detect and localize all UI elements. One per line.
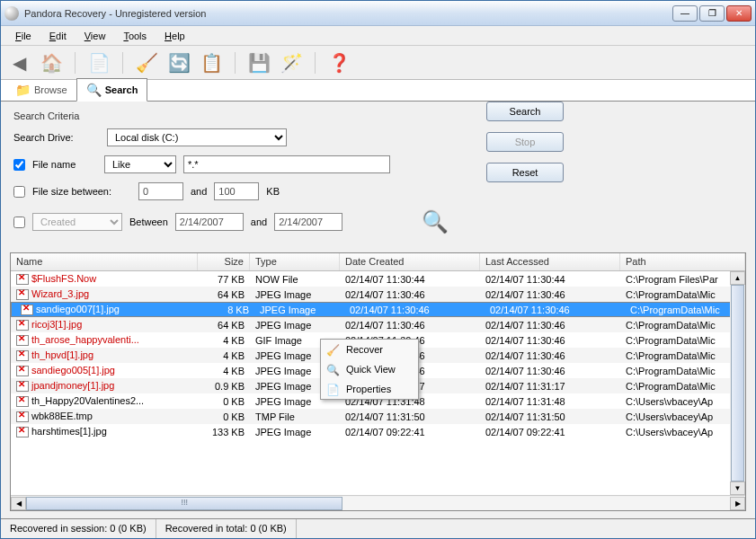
menu-tools[interactable]: Tools <box>116 29 154 43</box>
file-path: C:\ProgramData\Mic <box>620 319 745 331</box>
ctx-properties[interactable]: 📄 Properties <box>321 379 418 399</box>
table-row[interactable]: $FlushFS.Now77 KBNOW File02/14/07 11:30:… <box>11 271 745 287</box>
file-last: 02/14/07 11:31:48 <box>480 395 620 408</box>
scroll-track[interactable]: !!! <box>26 497 730 510</box>
forward-icon[interactable]: 🏠 <box>39 50 64 75</box>
table-row[interactable]: harshtimes[1].jpg133 KBJPEG Image02/14/0… <box>11 424 745 439</box>
col-date[interactable]: Date Created <box>340 253 480 270</box>
scroll-right-icon[interactable]: ▶ <box>730 497 745 510</box>
table-row[interactable]: Wizard_3.jpg64 KBJPEG Image02/14/07 11:3… <box>11 287 745 302</box>
file-path: C:\ProgramData\Mic <box>620 365 745 377</box>
and-label: and <box>191 186 207 197</box>
table-row[interactable]: ricoj3[1].jpg64 KBJPEG Image02/14/07 11:… <box>11 317 745 332</box>
scroll-thumb[interactable] <box>731 285 744 482</box>
back-icon[interactable]: ◀ <box>6 50 31 75</box>
filename-checkbox[interactable] <box>13 159 25 171</box>
ctx-recover[interactable]: 🧹 Recover <box>321 340 418 359</box>
col-last[interactable]: Last Accessed <box>480 253 620 270</box>
tab-browse[interactable]: 📁 Browse <box>6 79 76 101</box>
file-type: JPEG Image <box>250 288 340 301</box>
search-button[interactable]: Search <box>486 102 564 121</box>
titlebar: Pandora Recovery - Unregistered version … <box>1 1 755 26</box>
file-deleted-icon <box>16 350 29 361</box>
drive-select[interactable]: Local disk (C:) <box>107 128 287 146</box>
tab-search[interactable]: 🔍 Search <box>76 78 148 102</box>
vertical-scrollbar[interactable]: ▲ ▼ <box>730 271 745 495</box>
file-size: 64 KB <box>198 319 250 331</box>
file-path: C:\ProgramData\Mic <box>620 380 745 393</box>
folder-icon[interactable]: 📄 <box>86 50 111 75</box>
table-row[interactable]: wbk88EE.tmp0 KBTMP File02/14/07 11:31:50… <box>11 409 745 424</box>
ctx-quickview[interactable]: 🔍 Quick View <box>321 359 418 379</box>
file-name: th_hpvd[1].jpg <box>31 349 93 360</box>
quickview-icon: 🔍 <box>325 363 340 377</box>
stop-button[interactable]: Stop <box>486 132 564 152</box>
scroll-left-icon[interactable]: ◀ <box>11 497 26 510</box>
grid-header: Name Size Type Date Created Last Accesse… <box>11 253 745 271</box>
file-name: th_arose_happyvalenti... <box>31 334 139 345</box>
minimize-button[interactable]: — <box>672 5 698 22</box>
col-size[interactable]: Size <box>198 253 250 270</box>
and-label: and <box>251 216 267 227</box>
recover-icon[interactable]: 🧹 <box>134 50 159 75</box>
date-from-input[interactable] <box>175 213 244 231</box>
wizard-icon[interactable]: 🪄 <box>279 50 304 75</box>
maximize-button[interactable]: ❐ <box>699 5 725 22</box>
folder-icon: 📁 <box>15 83 31 97</box>
file-last: 02/14/07 11:30:46 <box>480 365 620 377</box>
filesize-to-input[interactable] <box>214 182 259 200</box>
status-session: Recovered in session: 0 (0 KB) <box>1 519 156 538</box>
file-deleted-icon <box>16 274 29 285</box>
menu-help[interactable]: Help <box>157 29 192 43</box>
page-icon[interactable]: 📋 <box>199 50 224 75</box>
file-size: 77 KB <box>198 273 250 286</box>
file-path: C:\ProgramData\Mic <box>620 334 745 347</box>
help-icon[interactable]: ❓ <box>326 50 351 75</box>
filename-pattern-input[interactable] <box>183 155 390 173</box>
scroll-up-icon[interactable]: ▲ <box>730 271 745 285</box>
file-date: 02/14/07 11:30:46 <box>340 319 480 331</box>
col-type[interactable]: Type <box>250 253 340 270</box>
file-last: 02/14/07 11:30:46 <box>480 288 620 301</box>
file-size: 0.9 KB <box>198 380 250 393</box>
toolbar-divider <box>315 52 316 74</box>
file-deleted-icon <box>16 320 29 331</box>
file-name: sandiego005[1].jpg <box>31 365 115 376</box>
reset-button[interactable]: Reset <box>486 163 564 182</box>
refresh-icon[interactable]: 🔄 <box>166 50 191 75</box>
scroll-thumb[interactable]: !!! <box>26 497 342 510</box>
scroll-down-icon[interactable]: ▼ <box>730 482 745 495</box>
toolbar-divider <box>75 52 76 74</box>
menu-file[interactable]: File <box>8 29 39 43</box>
file-last: 02/14/07 11:31:50 <box>480 411 620 423</box>
filename-label: File name <box>32 159 97 170</box>
file-path: C:\Users\vbacey\Ap <box>620 395 745 408</box>
kb-label: KB <box>266 186 280 197</box>
filename-op-select[interactable]: Like <box>104 155 176 173</box>
file-size: 4 KB <box>198 349 250 362</box>
date-to-input[interactable] <box>274 213 342 231</box>
menu-edit[interactable]: Edit <box>42 29 74 43</box>
horizontal-scrollbar[interactable]: ◀ !!! ▶ <box>11 495 745 510</box>
date-checkbox[interactable] <box>13 216 25 228</box>
file-date: 02/14/07 11:30:46 <box>344 304 485 316</box>
filesize-from-input[interactable] <box>138 182 183 200</box>
file-name: wbk88EE.tmp <box>31 411 93 421</box>
file-name: Wizard_3.jpg <box>31 288 89 299</box>
filesize-checkbox[interactable] <box>13 186 25 198</box>
menu-view[interactable]: View <box>77 29 113 43</box>
app-icon <box>4 6 19 21</box>
col-path[interactable]: Path <box>620 253 745 270</box>
file-path: C:\ProgramData\Mic <box>625 304 741 316</box>
col-name[interactable]: Name <box>11 253 198 270</box>
file-path: C:\ProgramData\Mic <box>620 349 745 362</box>
table-row[interactable]: sandiego007[1].jpg8 KBJPEG Image02/14/07… <box>11 302 745 317</box>
file-deleted-icon <box>16 335 29 346</box>
disk-icon[interactable]: 💾 <box>246 50 271 75</box>
close-button[interactable]: ✕ <box>726 5 752 22</box>
toolbar-divider <box>235 52 236 74</box>
file-deleted-icon <box>21 305 33 315</box>
file-date: 02/14/07 11:30:46 <box>340 288 480 301</box>
file-deleted-icon <box>16 411 29 422</box>
date-field-select[interactable]: Created <box>32 213 122 231</box>
